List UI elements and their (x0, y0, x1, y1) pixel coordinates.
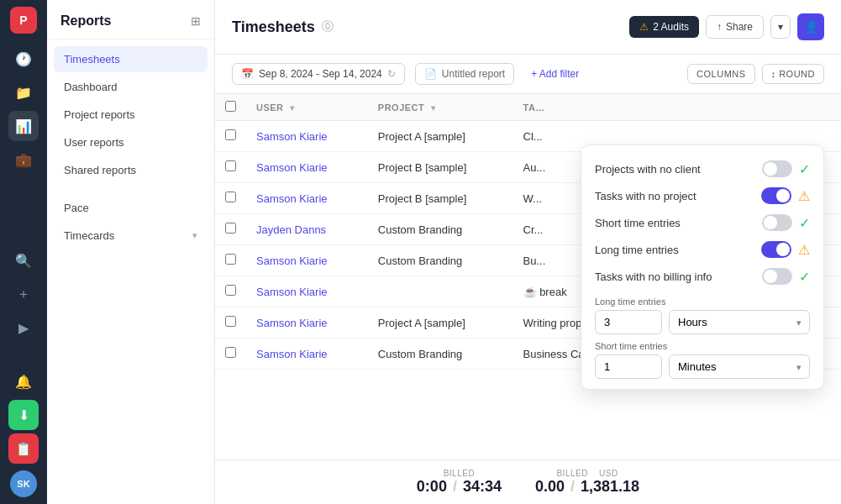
nav-search[interactable]: 🔍 (8, 245, 39, 276)
filter-toggle[interactable] (761, 241, 791, 258)
long-unit-wrapper: Hours Minutes (669, 310, 810, 334)
project-cell: Custom Branding (368, 214, 513, 245)
project-cell: Custom Branding (368, 339, 513, 370)
user-name[interactable]: Samson Kiarie (256, 130, 328, 143)
filter-label: Tasks with no project (595, 190, 696, 202)
short-time-input[interactable] (595, 354, 662, 379)
long-entries-label: Long time entries (595, 297, 810, 307)
doc-icon: 📄 (424, 68, 437, 80)
app-logo[interactable]: P (10, 7, 37, 34)
nav-play[interactable]: ▶ (8, 312, 39, 343)
add-filter-button[interactable]: + Add filter (524, 64, 586, 84)
nav-chart[interactable]: 📊 (8, 111, 39, 141)
user-name[interactable]: Samson Kiarie (256, 255, 328, 267)
project-cell: Project A [sample] (368, 121, 513, 152)
filter-row: Tasks with no project ⚠ (595, 182, 810, 209)
status-dot: ⚠ (798, 188, 810, 204)
task-column-header: TA... (513, 94, 693, 121)
filter-label: Long time entries (595, 244, 679, 256)
user-name[interactable]: Samson Kiarie (256, 192, 328, 205)
row-checkbox[interactable] (225, 285, 236, 296)
short-entries-label: Short time entries (595, 341, 810, 351)
filter-label: Short time entries (595, 217, 681, 229)
filter-row: Long time entries ⚠ (595, 236, 810, 263)
footer-billed: BILLED 0:00 / 34:34 (417, 469, 502, 496)
main-content: Timesheets ⓪ ⚠ 2 Audits ↑ Share ▾ 👤 📅 Se… (215, 0, 841, 504)
sidebar-nav: Timesheets Dashboard Project reports Use… (47, 39, 214, 257)
sidebar-item-pace[interactable]: Pace (54, 195, 208, 221)
main-body: USER ▾ PROJECT ▾ TA... (215, 94, 841, 459)
filter-toggle[interactable] (761, 187, 791, 204)
user-name[interactable]: Samson Kiarie (256, 317, 328, 329)
project-cell (368, 276, 513, 307)
toggle-knob (776, 189, 790, 202)
nav-avatar[interactable]: SK (10, 470, 37, 497)
sidebar-item-dashboard[interactable]: Dashboard (54, 74, 208, 100)
short-unit-wrapper: Hours Minutes (669, 354, 810, 379)
filter-row: Short time entries ✓ (595, 209, 810, 236)
toggle-knob (764, 270, 777, 283)
toggle-knob (764, 216, 777, 229)
filter-toggle[interactable] (762, 268, 792, 285)
audit-button[interactable]: ⚠ 2 Audits (629, 16, 699, 38)
report-name-button[interactable]: 📄 Untitled report (415, 63, 514, 85)
user-name[interactable]: Jayden Danns (256, 223, 326, 236)
footer-worktime: BILLED USD 0.00 / 1,381.18 (535, 469, 639, 496)
round-button[interactable]: ↕ ROUND (762, 64, 824, 84)
project-cell: Custom Branding (368, 245, 513, 276)
share-button[interactable]: ↑ Share (706, 15, 764, 39)
long-unit-select[interactable]: Hours Minutes (669, 310, 810, 334)
report-avatar-button[interactable]: 👤 (797, 13, 824, 40)
sidebar-toggle-icon[interactable]: ⊞ (191, 14, 201, 28)
sidebar-item-user-reports[interactable]: User reports (54, 129, 208, 155)
sidebar-item-timecards[interactable]: Timecards ▾ (54, 223, 208, 249)
row-checkbox[interactable] (225, 254, 236, 265)
row-checkbox[interactable] (225, 129, 236, 140)
user-name[interactable]: Samson Kiarie (256, 348, 328, 360)
nav-plus[interactable]: ＋ (8, 279, 39, 309)
nav-clock[interactable]: 🕐 (8, 44, 39, 74)
help-icon[interactable]: ⓪ (322, 19, 334, 34)
row-checkbox[interactable] (225, 316, 236, 327)
project-cell: Project B [sample] (368, 152, 513, 183)
filter-row: Projects with no client ✓ (595, 155, 810, 182)
date-range-button[interactable]: 📅 Sep 8, 2024 - Sep 14, 2024 ↻ (232, 63, 405, 85)
refresh-icon: ↻ (387, 68, 396, 80)
main-header: Timesheets ⓪ ⚠ 2 Audits ↑ Share ▾ 👤 (215, 0, 841, 55)
footer: BILLED 0:00 / 34:34 BILLED USD 0.00 / 1,… (215, 459, 841, 504)
filter-toggle[interactable] (762, 214, 792, 231)
user-name[interactable]: Samson Kiarie (256, 161, 328, 174)
row-checkbox[interactable] (225, 347, 236, 358)
row-checkbox[interactable] (225, 160, 236, 171)
project-cell: Project A [sample] (368, 307, 513, 339)
sidebar-item-timesheets[interactable]: Timesheets (54, 46, 208, 72)
row-checkbox[interactable] (225, 223, 236, 234)
filter-label: Projects with no client (595, 163, 701, 176)
nav-bar: P 🕐 📁 📊 💼 🔍 ＋ ▶ 🔔 ⬇ 📋 SK (0, 0, 47, 504)
warning-icon: ⚠ (639, 21, 649, 33)
header-actions: ⚠ 2 Audits ↑ Share ▾ 👤 (629, 13, 824, 40)
nav-folder[interactable]: 📁 (8, 77, 39, 108)
more-button[interactable]: ▾ (770, 15, 791, 39)
row-checkbox[interactable] (225, 192, 236, 202)
sidebar-item-project-reports[interactable]: Project reports (54, 102, 208, 128)
filter-toggle[interactable] (762, 160, 792, 177)
chevron-down-icon: ▾ (192, 230, 197, 241)
project-sort-icon[interactable]: ▾ (431, 103, 436, 113)
user-name[interactable]: Samson Kiarie (256, 286, 328, 298)
columns-button[interactable]: COLUMNS (687, 64, 755, 84)
user-column-header: USER ▾ (246, 94, 368, 121)
nav-download[interactable]: ⬇ (8, 400, 39, 430)
right-buttons: COLUMNS ↕ ROUND (687, 64, 824, 84)
nav-briefcase[interactable]: 💼 (8, 144, 39, 175)
nav-reports[interactable]: 📋 (8, 433, 39, 464)
long-time-input[interactable] (595, 310, 662, 334)
user-sort-icon[interactable]: ▾ (290, 103, 295, 113)
toggle-knob (764, 162, 777, 176)
nav-bell[interactable]: 🔔 (8, 366, 39, 396)
select-all-checkbox[interactable] (225, 101, 236, 112)
filter-row: Tasks with no billing info ✓ (595, 263, 810, 290)
sidebar-item-shared-reports[interactable]: Shared reports (54, 157, 208, 183)
short-unit-select[interactable]: Hours Minutes (669, 354, 810, 379)
filter-dropdown-panel: Projects with no client ✓ Tasks with no … (581, 144, 824, 390)
